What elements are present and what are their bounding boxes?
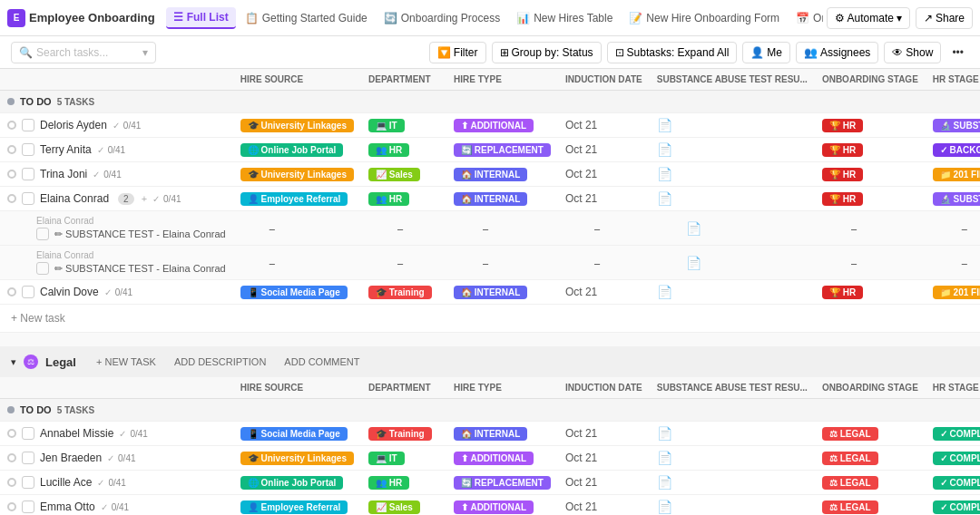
hire-type-badge[interactable]: ⬆ ADDITIONAL [454,500,534,514]
subtasks-button[interactable]: ⊡ Subtasks: Expand All [607,42,738,63]
checkbox[interactable] [22,286,34,298]
department-badge[interactable]: 🎓 Training [368,427,432,441]
onboarding-process-icon: 🔄 [384,12,397,24]
task-name[interactable]: Deloris Ayden [40,119,107,131]
checkbox[interactable] [36,262,49,275]
add-description-btn[interactable]: ADD DESCRIPTION [169,355,271,369]
hire-source-badge[interactable]: 👤 Employee Referral [240,500,348,514]
onboarding-stage-badge[interactable]: 🏆 HR [822,143,863,157]
checkbox[interactable] [22,143,34,156]
tab-onboarding-process[interactable]: 🔄 Onboarding Process [377,8,507,28]
subtask-name-cell: Elaina Conrad ✏ SUBSTANCE TEST - Elaina … [0,246,233,280]
hr-stage-badge[interactable]: ✓ COMPLETE [933,476,980,490]
department-badge[interactable]: 💻 IT [368,452,405,465]
hr-stage-badge[interactable]: 📁 201 FILING [933,168,980,181]
hire-source-badge[interactable]: 🎓 University Linkages [240,168,354,181]
task-name[interactable]: Calvin Dove [40,286,99,298]
more-options-icon[interactable]: ••• [946,43,969,63]
check-icon: ✓ [119,429,126,439]
check-icon: ✓ [97,478,104,488]
search-box[interactable]: 🔍 Search tasks... ▾ [11,42,156,63]
assignees-button[interactable]: 👥 Assignees [796,42,878,63]
hr-stage-badge[interactable]: ✓ COMPLETE [933,500,980,514]
hire-source-badge[interactable]: 👤 Employee Referral [240,192,348,206]
add-task-btn[interactable]: + NEW TASK [91,355,162,369]
automate-button[interactable]: ⚙ Automate ▾ [827,7,910,29]
filter-button[interactable]: 🔽 Filter [429,42,486,63]
checkbox[interactable] [22,500,34,513]
hr-stage-badge[interactable]: 🔬 SUBSTANCE TEST [933,192,980,206]
hire-source-badge[interactable]: 🎓 University Linkages [240,119,354,132]
legal-section-expand-icon[interactable]: ▾ [11,356,16,368]
me-button[interactable]: 👤 Me [742,42,790,63]
checkbox[interactable] [22,476,34,489]
hire-type-badge[interactable]: 🏠 INTERNAL [454,286,527,299]
tab-getting-started[interactable]: 📋 Getting Started Guide [238,8,375,28]
checkbox[interactable] [22,192,34,205]
onboarding-stage-cell: 🏆 HR [815,162,926,187]
hire-source-badge[interactable]: 🌐 Online Job Portal [240,476,344,490]
hire-type-badge[interactable]: ⬆ ADDITIONAL [454,452,534,465]
subtask-type: – [446,211,558,246]
hr-stage-badge[interactable]: 📁 201 FILING [933,286,980,299]
onboarding-stage-badge[interactable]: 🏆 HR [822,168,863,181]
tab-onboarding-cal[interactable]: 📅 Onboarding Cale... [789,8,823,28]
share-button[interactable]: ↗ Share [916,7,973,29]
hire-type-badge[interactable]: 🏠 INTERNAL [454,168,527,181]
hire-type-badge[interactable]: 🏠 INTERNAL [454,192,527,206]
department-badge[interactable]: 📈 Sales [368,168,420,181]
hire-type-badge[interactable]: 🔄 REPLACEMENT [454,143,551,157]
onboarding-stage-badge[interactable]: 🏆 HR [822,119,863,132]
hire-source-badge[interactable]: 📱 Social Media Page [240,427,348,441]
task-name[interactable]: Lucille Ace [40,476,92,489]
department-badge[interactable]: 🎓 Training [368,286,432,299]
hire-source-cell: 👤 Employee Referral [233,495,361,516]
group-by-button[interactable]: ⊞ Group by: Status [492,42,602,63]
department-badge[interactable]: 📈 Sales [368,500,420,514]
onboarding-stage-cell: 🏆 HR [815,280,926,305]
task-name[interactable]: Emma Otto [40,500,95,513]
department-badge[interactable]: 👥 HR [368,143,409,157]
checkbox[interactable] [22,119,34,131]
hire-type-badge[interactable]: 🏠 INTERNAL [454,427,527,441]
checkbox[interactable] [22,452,34,464]
task-name[interactable]: Annabel Missie [40,427,113,440]
tab-new-hire-form[interactable]: 📝 New Hire Onboarding Form [622,8,787,28]
tab-full-list[interactable]: ☰ Full List [166,7,236,29]
onboarding-stage-badge[interactable]: ⚖ LEGAL [822,452,878,465]
hr-stage-badge[interactable]: ✓ COMPLETE [933,452,980,465]
task-name[interactable]: Elaina Conrad [40,192,109,205]
checkbox[interactable] [36,228,49,240]
tab-new-hires[interactable]: 📊 New Hires Table [509,8,620,28]
induction-date: Oct 21 [565,168,597,180]
hire-source-badge[interactable]: 🎓 University Linkages [240,452,354,465]
task-count: 0/41 [130,429,147,439]
add-subtask-icon[interactable]: + [142,193,147,204]
onboarding-stage-badge[interactable]: ⚖ LEGAL [822,427,878,441]
onboarding-stage-badge[interactable]: ⚖ LEGAL [822,476,878,490]
onboarding-stage-badge[interactable]: 🏆 HR [822,286,863,299]
col-header-substance: SUBSTANCE ABUSE TEST RESU... [650,69,815,91]
task-name[interactable]: Trina Joni [40,168,87,180]
hr-stage-badge[interactable]: ✓ COMPLETE [933,427,980,441]
hr-stage-badge[interactable]: ✓ BACKGROUND C... [933,143,980,157]
department-badge[interactable]: 💻 IT [368,119,405,132]
checkbox[interactable] [22,168,34,180]
onboarding-stage-badge[interactable]: ⚖ LEGAL [822,500,878,514]
onboarding-stage-cell: 🏆 HR [815,138,926,162]
task-name[interactable]: Jen Braeden [40,452,102,464]
show-button[interactable]: 👁 Show [884,42,941,63]
hr-stage-badge[interactable]: 🔬 SUBSTANCE TEST [933,119,980,132]
hire-type-badge[interactable]: 🔄 REPLACEMENT [454,476,551,490]
check-icon: ✓ [113,121,120,131]
hire-source-badge[interactable]: 📱 Social Media Page [240,286,348,299]
task-name[interactable]: Terry Anita [40,143,92,156]
checkbox[interactable] [22,427,34,440]
new-task-button[interactable]: + New task [0,305,980,333]
hire-type-badge[interactable]: ⬆ ADDITIONAL [454,119,534,132]
add-comment-btn[interactable]: ADD COMMENT [279,355,365,369]
department-badge[interactable]: 👥 HR [368,476,409,490]
onboarding-stage-badge[interactable]: 🏆 HR [822,192,863,206]
hire-source-badge[interactable]: 🌐 Online Job Portal [240,143,344,157]
department-badge[interactable]: 👥 HR [368,192,409,206]
